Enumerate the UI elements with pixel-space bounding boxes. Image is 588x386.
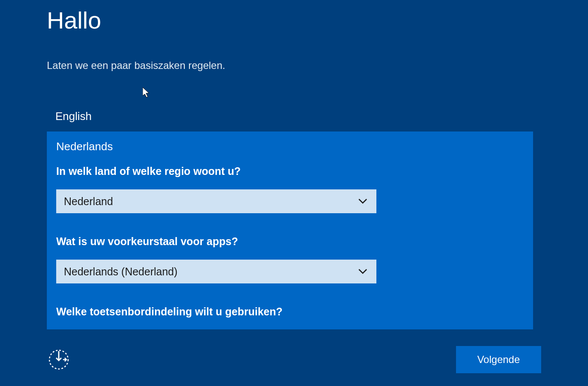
region-dropdown-value: Nederland xyxy=(64,195,113,208)
page-subtitle: Laten we een paar basiszaken regelen. xyxy=(47,60,541,71)
chevron-down-icon xyxy=(359,267,367,276)
language-option-nederlands[interactable]: Nederlands xyxy=(56,140,524,153)
region-dropdown[interactable]: Nederland xyxy=(56,189,376,213)
ease-of-access-icon[interactable] xyxy=(47,348,71,372)
page-title: Hallo xyxy=(47,6,541,34)
app-language-question-label: Wat is uw voorkeurstaal voor apps? xyxy=(56,235,524,248)
next-button[interactable]: Volgende xyxy=(456,346,541,373)
settings-panel: Nederlands In welk land of welke regio w… xyxy=(47,132,533,329)
app-language-dropdown[interactable]: Nederlands (Nederland) xyxy=(56,260,376,283)
language-option-english[interactable]: English xyxy=(47,106,541,127)
chevron-down-icon xyxy=(359,197,367,206)
app-language-dropdown-value: Nederlands (Nederland) xyxy=(64,266,178,278)
keyboard-question-label: Welke toetsenbordindeling wilt u gebruik… xyxy=(56,306,524,318)
region-question-label: In welk land of welke regio woont u? xyxy=(56,165,524,177)
